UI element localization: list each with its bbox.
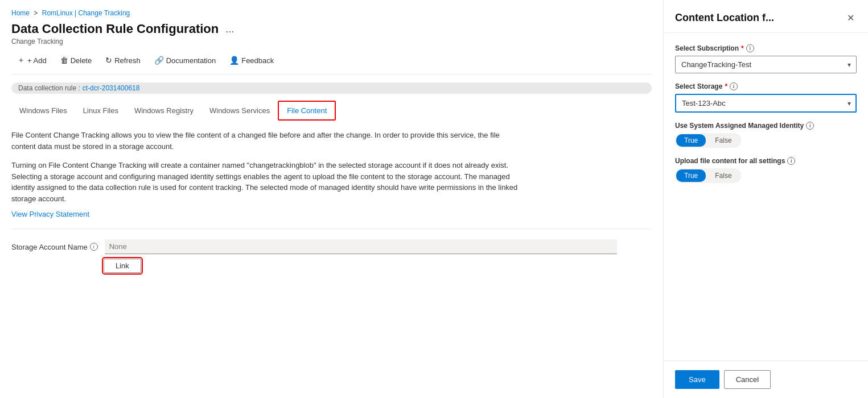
managed-identity-false-option[interactable]: False (707, 134, 739, 147)
save-button[interactable]: Save (675, 370, 719, 389)
feedback-button[interactable]: 👤 Feedback (224, 53, 279, 68)
refresh-button[interactable]: ↻ Refresh (100, 53, 146, 68)
feedback-icon: 👤 (229, 56, 239, 65)
breadcrumb-romlinux[interactable]: RomLinux | Change Tracking (42, 9, 130, 17)
tab-windows-services[interactable]: Windows Services (201, 102, 278, 121)
tabs: Windows Files Linux Files Windows Regist… (11, 101, 652, 121)
privacy-link[interactable]: View Privacy Statement (11, 210, 89, 218)
managed-identity-label: Use System Assigned Managed Identity i (675, 122, 857, 130)
subscription-field-group: Select Subscription * i ChangeTracking-T… (675, 44, 857, 73)
add-button[interactable]: ＋ + Add (11, 52, 52, 68)
dcr-value: ct-dcr-2031400618 (83, 84, 140, 92)
delete-icon: 🗑 (60, 56, 68, 65)
delete-button[interactable]: 🗑 Delete (55, 53, 98, 68)
upload-field-group: Upload file content for all settings i T… (675, 157, 857, 183)
side-panel-body: Select Subscription * i ChangeTracking-T… (664, 33, 868, 360)
page-subtitle: Change Tracking (11, 38, 652, 45)
documentation-icon: 🔗 (154, 56, 164, 65)
refresh-icon: ↻ (105, 56, 112, 65)
storage-field-group: Select Storage * i Test-123-Abc ▾ (675, 82, 857, 113)
tab-linux-files[interactable]: Linux Files (75, 102, 126, 121)
upload-true-option[interactable]: True (676, 169, 706, 182)
storage-select-label: Select Storage * i (675, 82, 857, 90)
managed-identity-true-option[interactable]: True (676, 134, 706, 147)
tab-content: File Content Change Tracking allows you … (11, 121, 652, 398)
link-button[interactable]: Link (104, 259, 141, 273)
upload-label: Upload file content for all settings i (675, 157, 857, 165)
description-text-2: Turning on File Content Change Tracking … (11, 160, 524, 204)
page-title: Data Collection Rule Configuration (11, 22, 219, 36)
managed-identity-field-group: Use System Assigned Managed Identity i T… (675, 122, 857, 148)
ellipsis-button[interactable]: ... (223, 22, 236, 36)
side-panel-header: Content Location f... ✕ (664, 0, 868, 33)
subscription-required: * (741, 44, 744, 52)
storage-select-wrapper: Test-123-Abc ▾ (675, 94, 857, 113)
breadcrumb: Home > RomLinux | Change Tracking (11, 9, 652, 17)
subscription-label: Select Subscription * i (675, 44, 857, 52)
breadcrumb-home[interactable]: Home (11, 9, 30, 17)
cancel-button[interactable]: Cancel (724, 370, 771, 389)
tab-file-content[interactable]: File Content (278, 101, 336, 121)
storage-row: Storage Account Name i (11, 239, 652, 254)
upload-info-icon[interactable]: i (787, 157, 795, 165)
storage-select[interactable]: Test-123-Abc (675, 94, 857, 113)
add-icon: ＋ (17, 55, 25, 65)
tab-windows-files[interactable]: Windows Files (11, 102, 75, 121)
description-text-1: File Content Change Tracking allows you … (11, 130, 524, 152)
side-panel: Content Location f... ✕ Select Subscript… (663, 0, 868, 398)
close-button[interactable]: ✕ (845, 10, 857, 26)
toolbar: ＋ + Add 🗑 Delete ↻ Refresh 🔗 Documentati… (11, 52, 652, 74)
managed-identity-toggle: True False (675, 133, 741, 148)
dcr-badge: Data collection rule : ct-dcr-2031400618 (11, 82, 652, 94)
storage-info-icon[interactable]: i (730, 82, 738, 90)
managed-identity-info-icon[interactable]: i (806, 122, 814, 130)
storage-required: * (725, 82, 727, 90)
storage-account-input[interactable] (105, 239, 617, 254)
storage-info-icon[interactable]: i (90, 243, 98, 251)
documentation-button[interactable]: 🔗 Documentation (149, 53, 221, 68)
breadcrumb-sep1: > (34, 9, 38, 17)
dcr-label: Data collection rule : (18, 84, 80, 92)
side-panel-title: Content Location f... (675, 12, 774, 24)
tab-windows-registry[interactable]: Windows Registry (126, 102, 201, 121)
subscription-select-wrapper: ChangeTracking-Test ▾ (675, 56, 857, 73)
subscription-info-icon[interactable]: i (746, 44, 754, 52)
divider (11, 229, 652, 229)
side-panel-footer: Save Cancel (664, 360, 868, 398)
upload-toggle: True False (675, 168, 741, 183)
upload-false-option[interactable]: False (707, 169, 739, 182)
storage-label: Storage Account Name i (11, 243, 98, 251)
subscription-select[interactable]: ChangeTracking-Test (675, 56, 857, 73)
